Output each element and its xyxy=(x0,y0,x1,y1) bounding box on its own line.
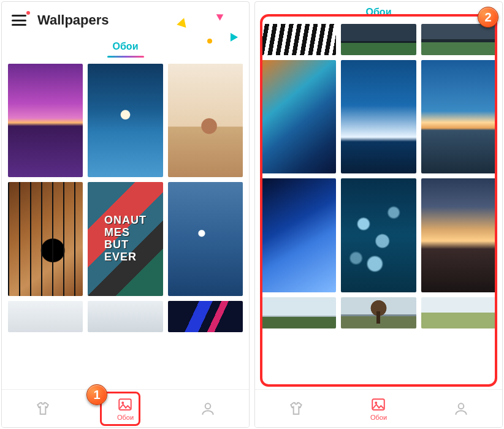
nav-profile[interactable] xyxy=(195,398,221,419)
phone-screen-right: Обои Обои 2 xyxy=(254,1,503,428)
wallpaper-thumb[interactable] xyxy=(8,64,83,177)
svg-point-2 xyxy=(205,403,211,409)
nav-themes[interactable] xyxy=(30,398,56,419)
person-icon xyxy=(200,401,216,417)
wallpaper-thumb[interactable] xyxy=(168,301,243,332)
wallpaper-thumb[interactable] xyxy=(88,182,162,295)
shirt-icon xyxy=(288,401,304,417)
wallpaper-thumb[interactable] xyxy=(168,182,243,295)
app-header: Wallpapers xyxy=(2,2,249,39)
shirt-icon xyxy=(35,401,51,417)
wallpaper-thumb[interactable] xyxy=(88,301,162,332)
svg-point-5 xyxy=(459,403,464,409)
confetti-icon xyxy=(207,39,212,44)
bottom-nav: Обои xyxy=(255,389,502,427)
phone-screen-left: Wallpapers Обои Обои 1 xyxy=(1,1,250,428)
nav-label: Обои xyxy=(370,414,387,421)
wallpaper-thumb[interactable] xyxy=(168,64,243,177)
confetti-icon xyxy=(177,17,189,28)
svg-point-4 xyxy=(375,401,378,404)
menu-icon[interactable] xyxy=(12,15,26,26)
wallpaper-grid xyxy=(2,64,249,389)
wallpaper-thumb[interactable] xyxy=(8,301,83,332)
tab-wallpapers[interactable]: Обои xyxy=(113,41,139,51)
image-icon xyxy=(370,397,386,412)
category-tabs: Обои xyxy=(2,39,249,64)
page-title: Wallpapers xyxy=(37,12,109,28)
annotation-marker-1: 1 xyxy=(86,384,107,405)
nav-profile[interactable] xyxy=(448,398,474,419)
annotation-marker-2: 2 xyxy=(478,7,498,28)
annotation-highlight-2 xyxy=(260,14,497,387)
wallpaper-thumb[interactable] xyxy=(88,64,162,177)
svg-rect-3 xyxy=(373,399,385,409)
person-icon xyxy=(453,401,469,417)
confetti-icon xyxy=(216,11,226,20)
nav-themes[interactable] xyxy=(283,398,309,419)
nav-wallpapers[interactable]: Обои xyxy=(365,394,392,423)
wallpaper-thumb[interactable] xyxy=(8,182,83,295)
tab-indicator xyxy=(107,56,144,58)
